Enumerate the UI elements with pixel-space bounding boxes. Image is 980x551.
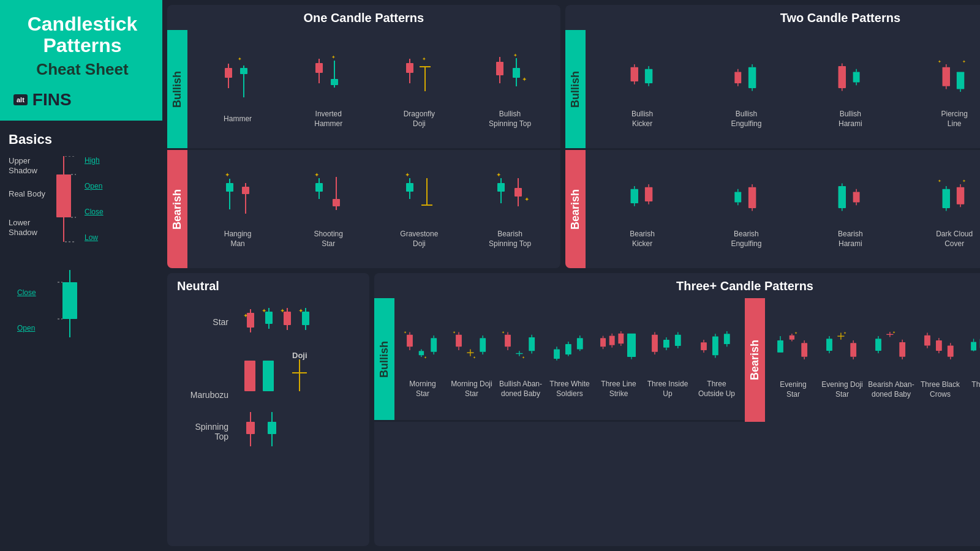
svg-rect-247 [826, 339, 832, 351]
morning-doji-star-pattern: ✦ ✦ [447, 320, 496, 399]
bearish-harami-pattern: BearishHarami [826, 170, 875, 249]
marubozu-doji-pattern: Marubozu Doji [179, 351, 363, 400]
svg-rect-54 [315, 183, 323, 192]
svg-rect-126 [943, 189, 950, 208]
morning-star-pattern: ✦ ✦ [398, 320, 447, 399]
piercing-line-pattern: ✦ ✦ PiercingLine [930, 50, 979, 129]
bullish-harami-svg [829, 50, 872, 105]
close2-label: Close [17, 288, 154, 297]
bullish-candle-svg [58, 270, 82, 350]
svg-rect-67 [497, 183, 505, 192]
svg-rect-273 [948, 346, 954, 357]
bearish-harami-name: BearishHarami [838, 230, 863, 249]
gravestone-doji-svg: ✦ [398, 170, 440, 225]
bearish-spinning-top-svg: ✦ ✦ [489, 170, 532, 225]
bullish-harami-name: BullishHarami [839, 110, 862, 129]
svg-text:✦: ✦ [843, 331, 846, 335]
marubozu-doji-candles: Doji [238, 351, 336, 400]
marubozu-doji-svg: Doji [238, 351, 336, 400]
spinning-top-neutral-pattern: SpinningTop [179, 407, 363, 456]
three-line-strike-bearish-svg [968, 320, 980, 375]
left-labels: UpperShadow Real Body LowerShadow [9, 156, 45, 237]
top-row: One Candle Patterns Bullish ✦ ✦ [167, 5, 980, 268]
low-label: Low [85, 233, 104, 242]
svg-rect-276 [971, 342, 976, 351]
svg-text:✦: ✦ [522, 355, 525, 359]
three-line-strike-bearish-name: Three LineStrike [971, 380, 980, 399]
svg-text:✦: ✦ [892, 330, 895, 334]
bullish-engulfing-pattern: BullishEngulfing [722, 50, 771, 129]
svg-rect-189 [505, 335, 511, 347]
two-candle-bearish-section: Bearish Be [565, 150, 980, 268]
svg-rect-50 [242, 187, 249, 194]
three-line-strike-bearish-pattern: Three LineStrike [965, 320, 980, 399]
svg-rect-47 [226, 183, 233, 192]
three-line-strike-bullish-pattern: Three LineStrike [594, 320, 643, 399]
svg-rect-163 [268, 422, 276, 434]
svg-text:✦: ✦ [938, 179, 941, 183]
bearish-spinning-top-name: BearishSpinning Top [489, 230, 531, 249]
gravestone-doji-name: GravestoneDoji [400, 230, 438, 249]
sidebar-header: CandlestickPatterns Cheat Sheet alt FINS [0, 0, 162, 121]
shooting-star-svg: ✦ [307, 170, 350, 225]
high-label: High [85, 156, 104, 165]
svg-rect-61 [406, 183, 413, 192]
two-candle-bullish-patterns: BullishKicker [586, 30, 980, 148]
svg-text:✦: ✦ [962, 179, 966, 183]
three-outside-up-name: ThreeOutside Up [698, 380, 735, 399]
bullish-spinning-top-name: BullishSpinning Top [489, 110, 531, 129]
svg-rect-208 [600, 338, 606, 347]
svg-rect-142 [247, 313, 254, 328]
bullish-label-two: Bullish [565, 30, 586, 148]
svg-rect-39 [496, 62, 503, 75]
spinning-top-neutral-candles [238, 407, 287, 456]
svg-text:✦: ✦ [225, 171, 230, 178]
inverted-hammer-pattern: ✦ ✦ InvertedHammer [304, 50, 353, 129]
star-candles: ✦ ✦ ✦ ✦ [238, 301, 330, 343]
evening-star-svg: ✦ [772, 320, 815, 375]
spinning-top-neutral-svg [238, 407, 287, 456]
three-line-strike-bullish-svg [597, 320, 640, 375]
spinning-top-neutral-label: SpinningTop [179, 422, 228, 441]
dark-cloud-cover-svg: ✦ ✦ [933, 170, 976, 225]
neutral-items-list: Star ✦ ✦ ✦ ✦ [179, 301, 369, 456]
one-candle-bullish-section: Bullish ✦ ✦ [167, 30, 560, 148]
svg-rect-151 [302, 312, 309, 325]
svg-rect-106 [630, 189, 638, 203]
svg-rect-97 [957, 72, 964, 89]
bearish-label-two: Bearish [565, 150, 586, 268]
svg-rect-264 [899, 342, 905, 357]
svg-rect-167 [407, 335, 413, 347]
main-content: One Candle Patterns Bullish ✦ ✦ [162, 0, 980, 551]
dark-cloud-cover-name: Dark CloudCover [936, 230, 973, 249]
svg-rect-216 [627, 334, 636, 357]
evening-doji-star-pattern: ✦ Evening DojiStar [818, 320, 867, 399]
svg-rect-86 [839, 66, 846, 88]
bearish-candle-svg [51, 156, 76, 260]
piercing-line-name: PiercingLine [941, 110, 967, 129]
bearish-kicker-pattern: BearishKicker [618, 170, 667, 249]
bearish-abandoned-baby-svg: ✦ [870, 320, 913, 375]
marubozu-label: Marubozu [179, 390, 228, 400]
three-candle-panel: Three+ Candle Patterns Bullish ✦ [374, 273, 980, 546]
three-plus-content: Bullish ✦ [374, 298, 980, 545]
svg-rect-89 [853, 72, 860, 82]
svg-rect-231 [712, 336, 718, 355]
logo-alt: alt [13, 94, 28, 105]
svg-text:✦: ✦ [424, 355, 427, 359]
svg-text:✦: ✦ [522, 76, 527, 83]
svg-rect-31 [406, 63, 413, 73]
svg-text:✦: ✦ [496, 171, 501, 178]
svg-rect-77 [644, 69, 652, 83]
one-candle-bearish-section: Bearish ✦ [167, 150, 560, 268]
svg-rect-57 [333, 199, 340, 206]
basics-title: Basics [9, 132, 154, 148]
bearish-spinning-top-pattern: ✦ ✦ BearishSpinning Top [486, 170, 535, 249]
svg-rect-270 [936, 341, 942, 351]
shooting-star-name: ShootingStar [314, 230, 343, 249]
three-candle-bullish-patterns: ✦ ✦ [394, 298, 745, 420]
svg-text:✦: ✦ [962, 59, 966, 64]
bullish-engulfing-name: BullishEngulfing [731, 110, 761, 129]
evening-star-pattern: ✦ EveningStar [769, 320, 818, 399]
logo: alt FINS [13, 90, 151, 110]
